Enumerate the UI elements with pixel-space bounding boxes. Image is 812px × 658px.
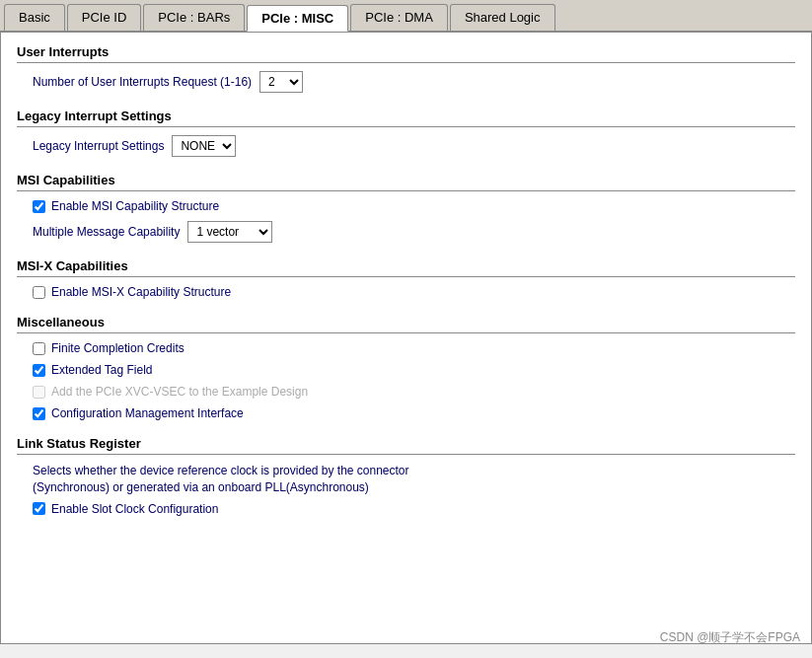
checkbox-finite-completion[interactable] — [33, 342, 45, 355]
select-user-interrupts[interactable]: 12345678910111213141516 — [259, 71, 303, 93]
field-row-user-interrupts: Number of User Interrupts Request (1-16)… — [33, 71, 795, 93]
label-legacy-interrupt: Legacy Interrupt Settings — [33, 139, 164, 153]
link-status-description: Selects whether the device reference clo… — [33, 463, 795, 496]
select-legacy-interrupt[interactable]: NONEINTx — [172, 135, 236, 157]
tab-pcie---misc[interactable]: PCIe : MISC — [247, 5, 348, 32]
label-pcie-xvc-vsec: Add the PCIe XVC-VSEC to the Example Des… — [51, 385, 308, 399]
section-msix-capabilities: MSI-X Capabilities Enable MSI-X Capabili… — [17, 258, 795, 299]
section-content-user-interrupts: Number of User Interrupts Request (1-16)… — [17, 71, 795, 93]
tab-bar: BasicPCIe IDPCIe : BARsPCIe : MISCPCIe :… — [0, 0, 812, 33]
section-title-link-status: Link Status Register — [17, 436, 795, 455]
checkbox-row-config-mgmt: Configuration Management Interface — [33, 406, 795, 420]
tab-pcie-id[interactable]: PCIe ID — [67, 4, 142, 31]
section-legacy-interrupt: Legacy Interrupt Settings Legacy Interru… — [17, 109, 795, 157]
main-content: User Interrupts Number of User Interrupt… — [0, 33, 812, 644]
section-link-status: Link Status Register Selects whether the… — [17, 436, 795, 516]
checkbox-row-extended-tag: Extended Tag Field — [33, 363, 795, 377]
checkbox-config-mgmt[interactable] — [33, 407, 45, 420]
label-multiple-message: Multiple Message Capability — [33, 225, 180, 239]
label-finite-completion: Finite Completion Credits — [51, 341, 185, 355]
section-content-msi: Enable MSI Capability Structure Multiple… — [17, 199, 795, 243]
checkbox-extended-tag[interactable] — [33, 364, 45, 377]
section-title-msi: MSI Capabilities — [17, 173, 795, 191]
tab-pcie---dma[interactable]: PCIe : DMA — [350, 4, 448, 31]
watermark: CSDN @顺子学不会FPGA — [660, 629, 800, 646]
field-row-legacy-interrupt: Legacy Interrupt Settings NONEINTx — [33, 135, 795, 157]
label-enable-msi: Enable MSI Capability Structure — [51, 199, 219, 213]
checkbox-pcie-xvc-vsec — [33, 386, 45, 399]
checkbox-row-enable-msi: Enable MSI Capability Structure — [33, 199, 795, 213]
checkbox-row-slot-clock: Enable Slot Clock Configuration — [33, 502, 795, 516]
checkbox-slot-clock[interactable] — [33, 502, 45, 515]
checkbox-row-enable-msix: Enable MSI-X Capability Structure — [33, 285, 795, 299]
section-title-misc: Miscellaneous — [17, 315, 795, 333]
section-content-msix: Enable MSI-X Capability Structure — [17, 285, 795, 299]
tab-basic[interactable]: Basic — [4, 4, 65, 31]
checkbox-row-finite-completion: Finite Completion Credits — [33, 341, 795, 355]
field-row-multiple-message: Multiple Message Capability 1 vector2 ve… — [33, 221, 795, 243]
label-config-mgmt: Configuration Management Interface — [51, 406, 244, 420]
section-content-link-status: Selects whether the device reference clo… — [17, 463, 795, 516]
tab-pcie---bars[interactable]: PCIe : BARs — [143, 4, 245, 31]
label-slot-clock: Enable Slot Clock Configuration — [51, 502, 218, 516]
label-enable-msix: Enable MSI-X Capability Structure — [51, 285, 231, 299]
checkbox-enable-msi[interactable] — [33, 200, 45, 213]
select-multiple-message[interactable]: 1 vector2 vectors4 vectors8 vectors16 ve… — [187, 221, 272, 243]
section-title-user-interrupts: User Interrupts — [17, 44, 795, 63]
checkbox-enable-msix[interactable] — [33, 286, 45, 299]
label-user-interrupts: Number of User Interrupts Request (1-16) — [33, 75, 252, 89]
section-content-misc: Finite Completion Credits Extended Tag F… — [17, 341, 795, 420]
section-content-legacy-interrupt: Legacy Interrupt Settings NONEINTx — [17, 135, 795, 157]
label-extended-tag: Extended Tag Field — [51, 363, 153, 377]
section-user-interrupts: User Interrupts Number of User Interrupt… — [17, 44, 795, 93]
tab-shared-logic[interactable]: Shared Logic — [450, 4, 555, 31]
section-miscellaneous: Miscellaneous Finite Completion Credits … — [17, 315, 795, 420]
section-msi-capabilities: MSI Capabilities Enable MSI Capability S… — [17, 173, 795, 243]
section-title-legacy-interrupt: Legacy Interrupt Settings — [17, 109, 795, 127]
checkbox-row-pcie-xvc-vsec: Add the PCIe XVC-VSEC to the Example Des… — [33, 385, 795, 399]
section-title-msix: MSI-X Capabilities — [17, 258, 795, 277]
